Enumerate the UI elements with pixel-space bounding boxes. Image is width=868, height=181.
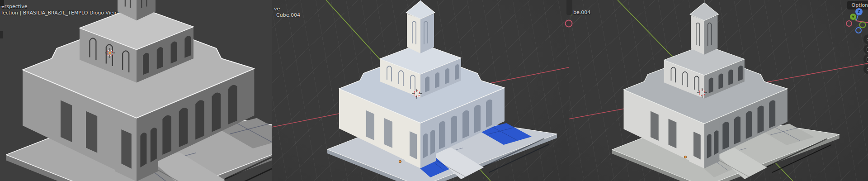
object-origin-dot[interactable] — [108, 52, 111, 54]
clipped-ui-fragment — [566, 0, 572, 15]
temple-model-left[interactable] — [6, 0, 328, 181]
object-origin-dot[interactable] — [684, 156, 686, 158]
object-origin-dot[interactable] — [399, 160, 401, 162]
temple-model-middle[interactable] — [272, 0, 569, 181]
blender-viewport-montage: erspective lection | BRASILIA_BRAZIL_TEM… — [0, 0, 868, 181]
scene-canvas — [0, 0, 868, 181]
point-light-marker[interactable] — [566, 20, 572, 27]
temple-model-right[interactable] — [569, 0, 868, 181]
